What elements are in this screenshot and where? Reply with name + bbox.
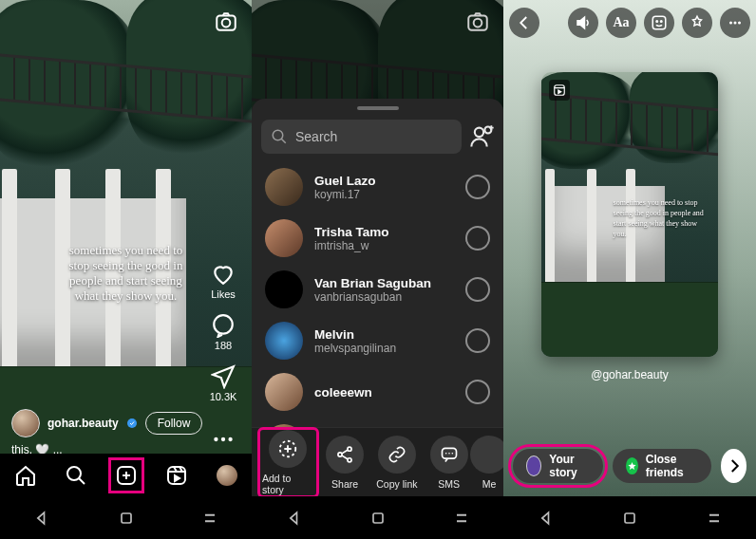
your-story-avatar [526,455,541,476]
select-radio[interactable] [465,226,490,251]
svg-rect-33 [373,513,383,523]
svg-point-27 [661,21,663,23]
story-editor-screen: Aa sometimes you need to stop seeing the… [503,0,756,496]
add-people-icon[interactable] [469,123,496,150]
add-to-story-action[interactable]: Add to story [257,427,319,497]
svg-point-22 [444,452,446,454]
more-tools-icon[interactable] [720,8,750,38]
svg-rect-32 [122,513,131,523]
android-home-button[interactable] [369,509,387,528]
effects-tool-icon[interactable] [682,8,712,38]
reel-view-screen: sometimes you need to stop seeing the go… [0,0,252,496]
search-tab[interactable] [63,462,89,489]
select-radio[interactable] [465,277,490,302]
svg-point-5 [228,437,232,441]
svg-point-9 [67,467,81,480]
reel-quote-overlay: sometimes you need to stop seeing the go… [61,243,192,304]
sheet-drag-handle[interactable] [357,106,399,110]
svg-point-24 [451,452,453,454]
svg-point-13 [474,19,482,28]
android-nav-bar [0,496,756,539]
svg-point-30 [738,22,741,25]
comment-button[interactable]: 188 [200,313,246,351]
share-recipients-list[interactable]: Guel Lazokoymi.17 Trisha Tamoimtrisha_w … [252,161,503,434]
svg-point-1 [222,19,231,28]
follow-button[interactable]: Follow [145,412,203,435]
svg-rect-34 [625,513,634,523]
comment-count: 188 [215,340,232,351]
android-back-button[interactable] [32,509,51,528]
text-tool-icon[interactable]: Aa [606,8,636,38]
recipient-row[interactable]: Van Brian Sagubanvanbriansaguban [252,264,503,315]
story-preview-card[interactable]: sometimes you need to stop seeing the go… [541,72,718,357]
android-home-button[interactable] [117,509,136,528]
sound-toggle-icon[interactable] [568,8,598,38]
story-share-bar: Your story Close friends [513,447,747,485]
story-preview-quote: sometimes you need to stop seeing the go… [614,197,709,239]
share-actions-bar: Add to story Share Copy link SMS Me [252,427,503,496]
create-tab[interactable] [113,462,140,489]
home-tab[interactable] [12,462,39,489]
close-friends-button[interactable]: Close friends [613,449,711,483]
svg-rect-11 [168,467,185,484]
svg-point-23 [448,452,450,454]
reels-tab[interactable] [163,462,190,489]
search-icon [271,128,288,145]
profile-tab[interactable] [214,462,240,489]
select-radio[interactable] [465,175,490,199]
android-back-button[interactable] [285,509,304,528]
share-button[interactable]: 10.3K [200,364,246,402]
svg-point-3 [214,437,217,441]
like-count: Likes [211,288,236,300]
svg-point-28 [729,22,732,25]
android-recents-button[interactable] [200,509,219,528]
copy-link-action[interactable]: Copy link [371,436,424,490]
svg-rect-31 [555,85,565,96]
select-radio[interactable] [465,380,490,404]
svg-point-26 [656,21,658,23]
back-button[interactable] [509,8,539,38]
android-recents-button[interactable] [452,509,471,528]
svg-point-6 [127,418,137,428]
more-action[interactable]: Me [475,436,503,490]
android-recents-button[interactable] [705,509,724,528]
more-options-button[interactable] [200,416,246,454]
android-home-button[interactable] [620,509,639,528]
camera-icon[interactable] [465,9,490,34]
share-count: 10.3K [210,391,237,402]
camera-icon[interactable] [214,9,238,34]
share-sheet: Search Guel Lazokoymi.17 Trisha Tamoimtr… [252,99,503,496]
like-button[interactable]: Likes [200,262,246,300]
svg-point-2 [214,315,233,334]
story-mention[interactable]: @gohar.beauty [503,368,756,381]
recipient-row[interactable]: Melvinmelvspangilinan [252,315,503,366]
recipient-row[interactable]: Trisha Tamoimtrisha_w [252,213,503,264]
next-button[interactable] [721,449,747,483]
select-radio[interactable] [465,328,490,353]
author-row: gohar.beauty Follow [11,409,202,437]
author-username[interactable]: gohar.beauty [47,417,119,430]
svg-point-29 [734,22,737,25]
verified-badge-icon [126,418,138,429]
reels-badge-icon [549,80,570,101]
share-action[interactable]: Share [319,436,371,490]
your-story-button[interactable]: Your story [513,449,603,483]
story-editor-topbar: Aa [509,6,750,40]
svg-point-4 [221,437,225,441]
svg-rect-25 [652,16,666,29]
share-sheet-screen: Search Guel Lazokoymi.17 Trisha Tamoimtr… [252,0,503,496]
svg-point-15 [475,128,483,137]
close-friends-star-icon [626,457,638,474]
sticker-tool-icon[interactable] [644,8,674,38]
recipient-row[interactable]: coleeewn [252,366,503,418]
recipient-row[interactable]: Guel Lazokoymi.17 [252,161,503,213]
sms-action[interactable]: SMS [423,436,475,490]
author-avatar[interactable] [11,409,40,437]
search-placeholder: Search [295,129,337,144]
bottom-tab-bar [0,454,252,496]
svg-point-14 [273,130,283,140]
search-field[interactable]: Search [261,120,462,154]
android-back-button[interactable] [537,509,556,528]
